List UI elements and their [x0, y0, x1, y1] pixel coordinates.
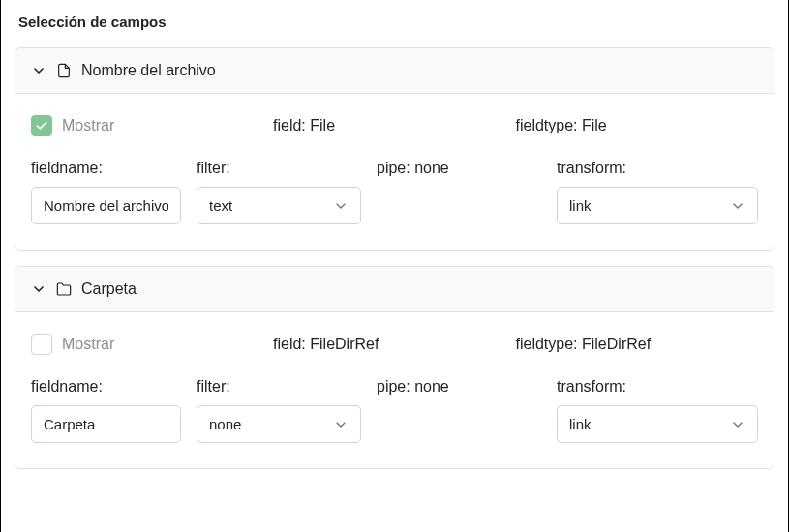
mostrar-label: Mostrar	[62, 117, 114, 134]
card-body: Mostrar field: File fieldtype: File fiel…	[15, 94, 774, 250]
transform-label: transform:	[557, 160, 758, 177]
fieldname-label: fieldname:	[31, 378, 181, 396]
field-card: Carpeta Mostrar field: FileDirRef fieldt…	[15, 266, 774, 469]
chevron-down-icon	[333, 417, 349, 432]
card-body: Mostrar field: FileDirRef fieldtype: Fil…	[15, 312, 774, 468]
card-title: Nombre del archivo	[81, 62, 216, 79]
chevron-down-icon	[31, 281, 46, 297]
card-header[interactable]: Nombre del archivo	[15, 48, 774, 94]
filter-value: text	[209, 197, 232, 214]
chevron-down-icon	[31, 63, 46, 78]
chevron-down-icon	[730, 198, 745, 214]
field-label: field: File	[273, 117, 335, 134]
fieldname-label: fieldname:	[31, 160, 181, 177]
transform-value: link	[569, 416, 592, 432]
chevron-down-icon	[730, 417, 745, 432]
mostrar-checkbox[interactable]	[31, 115, 52, 136]
transform-select[interactable]: link	[557, 187, 758, 224]
pipe-label: pipe: none	[377, 160, 541, 177]
filter-value: none	[209, 416, 241, 432]
transform-value: link	[569, 197, 592, 214]
filter-select[interactable]: text	[197, 187, 361, 224]
filter-label: filter:	[197, 378, 361, 396]
mostrar-checkbox[interactable]	[31, 334, 52, 355]
field-card: Nombre del archivo Mostrar field: File f…	[15, 47, 774, 251]
filter-label: filter:	[197, 160, 361, 177]
pipe-label: pipe: none	[377, 378, 541, 396]
fieldname-input[interactable]	[31, 405, 181, 443]
file-icon	[56, 63, 72, 78]
fieldtype-label: fieldtype: File	[516, 117, 607, 134]
folder-icon	[56, 281, 72, 297]
card-title: Carpeta	[81, 281, 137, 298]
page-title: Selección de campos	[15, 14, 774, 30]
fieldname-input[interactable]	[31, 187, 181, 224]
filter-select[interactable]: none	[197, 405, 361, 443]
chevron-down-icon	[333, 198, 349, 214]
mostrar-label: Mostrar	[62, 336, 114, 353]
fieldtype-label: fieldtype: FileDirRef	[516, 336, 652, 353]
transform-label: transform:	[557, 378, 758, 396]
field-label: field: FileDirRef	[273, 336, 379, 353]
card-header[interactable]: Carpeta	[15, 267, 774, 312]
transform-select[interactable]: link	[557, 405, 758, 443]
field-cards: Nombre del archivo Mostrar field: File f…	[15, 47, 774, 485]
